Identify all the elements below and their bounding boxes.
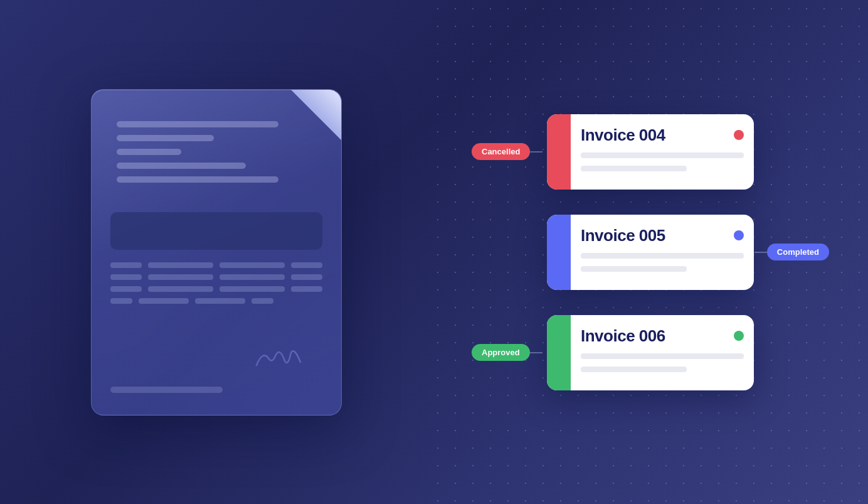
invoice-004-line-2	[581, 166, 687, 171]
doc-line-3	[117, 149, 181, 155]
connector-completed	[754, 252, 767, 253]
invoice-004-line-1	[581, 153, 744, 158]
invoice-004-status-label: Cancelled	[472, 143, 542, 160]
doc-line-1	[117, 121, 278, 127]
invoice-004-content: Invoice 004	[571, 114, 754, 190]
doc-table-row-3	[110, 286, 322, 292]
doc-table-row-4	[110, 298, 322, 304]
invoice-005-dot	[734, 230, 744, 240]
invoice-006-line-2	[581, 367, 687, 372]
doc-table	[110, 262, 322, 310]
right-panel: Cancelled Invoice 004 Invoice 005	[433, 0, 868, 504]
connector-approved	[530, 352, 542, 353]
doc-table-row-2	[110, 274, 322, 280]
invoice-004-accent	[547, 114, 571, 190]
invoice-006-line-1	[581, 353, 744, 359]
invoice-005-line-1	[581, 253, 744, 259]
invoice-005-status-label: Completed	[754, 244, 829, 260]
invoice-006-card[interactable]: Invoice 006	[547, 315, 754, 390]
doc-dark-card	[110, 212, 322, 250]
invoice-006-title: Invoice 006	[581, 326, 665, 346]
doc-text-lines-top	[117, 121, 278, 190]
invoice-005-title-row: Invoice 005	[581, 226, 744, 245]
invoice-006-wrapper: Approved Invoice 006	[547, 315, 754, 390]
doc-table-row-1	[110, 262, 322, 268]
doc-line-5	[117, 176, 278, 183]
invoice-005-content: Invoice 005	[571, 215, 754, 290]
invoice-005-line-2	[581, 266, 687, 272]
invoice-006-status-label: Approved	[472, 344, 542, 361]
left-panel	[0, 0, 433, 504]
doc-folded-corner	[291, 90, 341, 140]
invoice-006-title-row: Invoice 006	[581, 326, 744, 346]
invoice-006-accent	[547, 315, 571, 390]
connector-cancelled	[530, 151, 542, 153]
doc-line-2	[117, 135, 214, 141]
invoice-004-title: Invoice 004	[581, 126, 665, 145]
doc-bottom-line	[110, 387, 223, 393]
invoice-004-wrapper: Cancelled Invoice 004	[547, 114, 754, 190]
invoice-004-card[interactable]: Invoice 004	[547, 114, 754, 190]
invoice-004-title-row: Invoice 004	[581, 126, 744, 145]
doc-signature	[253, 343, 304, 377]
invoice-006-content: Invoice 006	[571, 315, 754, 390]
doc-line-4	[117, 163, 246, 169]
invoice-006-dot	[734, 331, 744, 341]
invoice-005-card[interactable]: Invoice 005	[547, 215, 754, 290]
invoice-004-dot	[734, 130, 744, 140]
cancelled-pill: Cancelled	[472, 143, 530, 160]
invoice-005-wrapper: Invoice 005 Completed	[547, 215, 754, 290]
completed-pill: Completed	[767, 244, 829, 260]
document-illustration	[91, 89, 342, 416]
invoice-005-title: Invoice 005	[581, 226, 665, 245]
invoice-005-accent	[547, 215, 571, 290]
approved-pill: Approved	[472, 344, 530, 361]
